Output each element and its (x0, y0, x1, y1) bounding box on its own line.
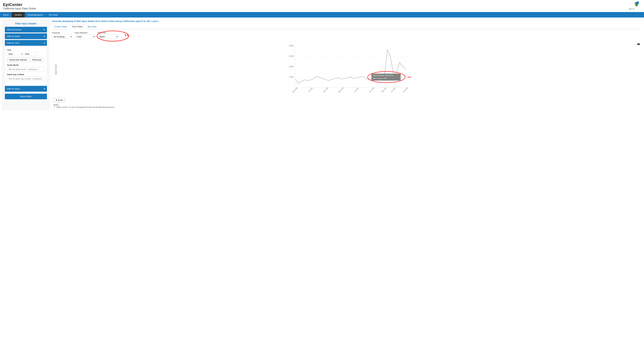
group-by-label: Group By (52, 32, 72, 34)
time-unit-label: Time Unit (98, 32, 118, 34)
tab-time-series[interactable]: Time Series (69, 24, 85, 29)
svg-text:Mar 2018: Mar 2018 (292, 87, 298, 93)
main-container: Filter Injury Deaths Filter by Person ▾ … (0, 18, 644, 112)
nav-deaths[interactable]: Deaths (12, 12, 25, 18)
to-label: to (21, 53, 23, 55)
nav-home[interactable]: Home (0, 12, 12, 18)
year-button-row: Submit year selection Reset year (7, 58, 45, 62)
svg-text:Jul 2018: Jul 2018 (308, 87, 313, 93)
tab-custom-table[interactable]: Custom Table (52, 24, 69, 29)
svg-point-3 (635, 2, 637, 4)
svg-text:Mar 2020: Mar 2020 (381, 87, 387, 93)
death-dow-label: Death Day of Week (7, 74, 45, 76)
time-unit-control: Time Unit Month Quarter Year 8-A (98, 32, 118, 39)
chevron-down-icon: ▾ (44, 28, 45, 31)
reset-year-button[interactable]: Reset year (30, 58, 44, 62)
sidebar-title: Filter Injury Deaths (5, 22, 47, 25)
header: EpiCenter California Injury Data Online … (0, 0, 644, 12)
nav-hospitalizations[interactable]: Hospitalizations (25, 12, 46, 18)
filter-injury-btn[interactable]: Filter by Injury ▾ (5, 86, 47, 92)
svg-text:D: D (630, 8, 631, 10)
injury-measure-select[interactable]: Count (75, 34, 95, 39)
excel-button[interactable]: ⬇ Excel (54, 98, 65, 102)
group-by-select[interactable]: No Grouping (52, 34, 72, 39)
chevron-down-icon: ▾ (44, 87, 45, 90)
chart-wrapper: 📷 Injury Count 2,500 2,250 (52, 41, 642, 110)
svg-text:2,000: 2,000 (289, 66, 293, 68)
year-to-input[interactable] (24, 52, 37, 56)
notes-section: Notes: Injury counts <11 are not graphed… (54, 104, 640, 108)
svg-line-7 (635, 6, 636, 7)
year-from-input[interactable] (7, 52, 20, 56)
death-month-input[interactable] (7, 67, 45, 72)
svg-text:Nov 2020: Nov 2020 (403, 87, 408, 93)
filter-person-btn[interactable]: Filter by Person ▾ (5, 27, 47, 32)
year-label: Year (7, 49, 45, 51)
cdph-logo: C D P H (628, 2, 641, 11)
death-month-label: Death Month (7, 64, 45, 66)
app-title: EpiCenter (3, 2, 36, 7)
download-icon: ⬇ (56, 99, 57, 101)
app-subtitle: California Injury Data Online (3, 7, 36, 10)
svg-text:Mar 2019: Mar 2019 (338, 87, 344, 93)
logo-area: C D P H (628, 2, 641, 11)
tabs: Custom Table Time Series Bar Chart (52, 24, 642, 29)
chart-svg: 2,500 2,250 2,000 1,750 Period Starting:… (58, 43, 640, 96)
svg-text:P: P (631, 8, 632, 10)
svg-text:Injury Count: 1,827: Injury Count: 1,827 (373, 77, 387, 79)
svg-text:C: C (629, 8, 630, 10)
main-nav: Home Deaths Hospitalizations ED Visits (0, 12, 644, 18)
svg-text:Nov 2018: Nov 2018 (323, 87, 329, 93)
injury-measure-label: Injury Measure (75, 32, 95, 34)
nav-ed-visits[interactable]: ED Visits (46, 12, 61, 18)
svg-text:8-B: 8-B (408, 76, 411, 78)
note-item: Injury counts <11 are not graphed for da… (56, 106, 640, 108)
chart-with-ylabel: Injury Count 2,500 2,250 2,000 (54, 43, 640, 96)
svg-text:1,750: 1,750 (289, 76, 293, 78)
content-area: Currently displaying 67,864 injury death… (52, 20, 642, 110)
sidebar: Filter Injury Deaths Filter by Person ▾ … (2, 20, 50, 110)
reset-filters-button[interactable]: Reset Filters (5, 94, 47, 99)
submit-year-button[interactable]: Submit year selection (7, 58, 29, 62)
svg-text:Jul 2019: Jul 2019 (354, 87, 359, 93)
time-unit-select[interactable]: Month Quarter Year (98, 34, 118, 39)
svg-text:Nov 2019: Nov 2019 (369, 87, 375, 93)
svg-text:2,250: 2,250 (289, 55, 293, 57)
tab-bar-chart[interactable]: Bar Chart (85, 24, 99, 29)
header-title: EpiCenter California Injury Data Online (3, 2, 36, 10)
display-text: Currently displaying 67,864 injury death… (52, 20, 642, 22)
y-axis-label: Injury Count (55, 64, 57, 75)
chevron-down-icon: ▾ (44, 42, 45, 44)
death-dow-input[interactable] (7, 76, 45, 81)
filter-time-btn[interactable]: Filter by Time ▾ (5, 40, 47, 46)
filter-time-section: Year to Submit year selection Reset year… (5, 46, 47, 85)
y-axis-label-container: Injury Count (54, 43, 58, 96)
svg-text:H: H (633, 8, 634, 10)
annotation-8a-label: 8-A (125, 34, 129, 36)
chevron-down-icon: ▾ (44, 35, 45, 38)
group-by-control: Group By No Grouping (52, 32, 72, 39)
controls-row: Group By No Grouping Injury Measure Coun… (52, 32, 642, 39)
svg-text:Jul 2020: Jul 2020 (390, 87, 396, 93)
filter-place-btn[interactable]: Filter by Place ▾ (5, 34, 47, 39)
injury-measure-control: Injury Measure Count (75, 32, 95, 39)
chart-area: 2,500 2,250 2,000 1,750 Period Starting:… (58, 43, 640, 96)
svg-text:2,500: 2,500 (289, 45, 293, 47)
svg-text:Period Starting: 2020-04-01: Period Starting: 2020-04-01 (373, 74, 393, 76)
year-range-row: to (7, 52, 45, 56)
notes-header: Notes: (54, 104, 59, 106)
